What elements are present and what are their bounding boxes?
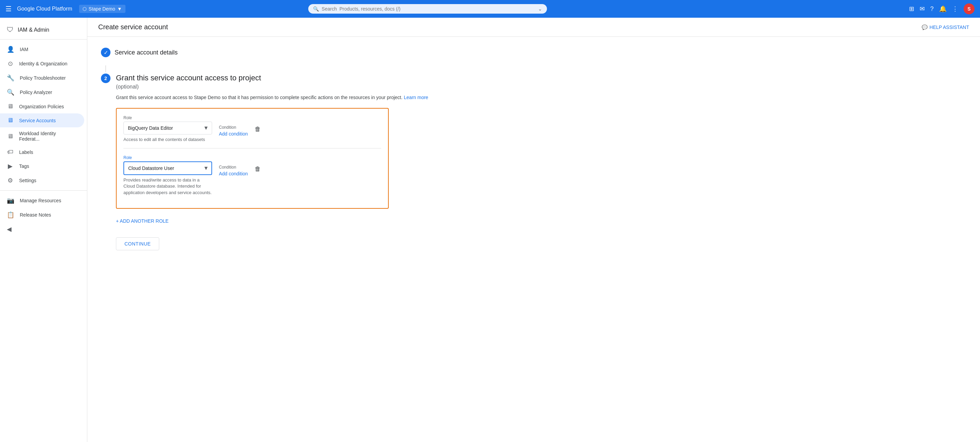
sidebar-item-service-accounts[interactable]: 🖥 Service Accounts bbox=[0, 113, 84, 127]
top-nav-icons: ⊞ ✉ ? 🔔 ⋮ S bbox=[909, 3, 975, 14]
sidebar-item-label: Tags bbox=[19, 163, 29, 169]
sidebar-item-release-notes[interactable]: 📋 Release Notes bbox=[0, 208, 84, 222]
step-connector-line bbox=[105, 65, 106, 72]
page-header: Create service account 💬 HELP ASSISTANT bbox=[87, 18, 980, 37]
project-selector[interactable]: ⬡ Stape Demo ▼ bbox=[79, 5, 126, 13]
role1-select[interactable]: BigQuery Data Editor bbox=[123, 122, 212, 135]
sidebar-item-iam[interactable]: 👤 IAM bbox=[0, 42, 84, 57]
role2-add-condition-link[interactable]: Add condition bbox=[219, 171, 248, 176]
avatar[interactable]: S bbox=[964, 3, 975, 14]
service-accounts-icon: 🖥 bbox=[7, 117, 14, 124]
settings-icon: ⚙ bbox=[7, 177, 14, 184]
role2-condition-label: Condition bbox=[219, 165, 248, 170]
step2-heading: Grant this service account access to pro… bbox=[116, 74, 966, 82]
role2-select-wrapper[interactable]: Cloud Datastore User ▼ bbox=[123, 162, 212, 175]
help-assistant-label: HELP ASSISTANT bbox=[929, 25, 969, 30]
sidebar-item-label: Policy Analyzer bbox=[20, 90, 52, 95]
sidebar-item-label: Release Notes bbox=[20, 212, 51, 218]
role-row-2: Role Cloud Datastore User ▼ Provides rea… bbox=[123, 155, 381, 196]
help-icon[interactable]: ? bbox=[930, 5, 934, 13]
step1-title: Service account details bbox=[115, 49, 178, 56]
continue-button[interactable]: CONTINUE bbox=[116, 238, 159, 250]
sidebar-item-policy-analyzer[interactable]: 🔍 Policy Analyzer bbox=[0, 85, 84, 100]
sidebar: 🛡 IAM & Admin 👤 IAM ⊙ Identity & Organiz… bbox=[0, 18, 87, 442]
main-layout: 🛡 IAM & Admin 👤 IAM ⊙ Identity & Organiz… bbox=[0, 18, 980, 442]
labels-icon: 🏷 bbox=[7, 149, 14, 155]
project-chevron: ▼ bbox=[117, 6, 122, 11]
role1-delete-button[interactable]: 🗑 bbox=[255, 116, 261, 133]
collapse-icon: ◀ bbox=[7, 225, 11, 233]
shield-icon: 🛡 bbox=[7, 26, 14, 34]
top-navigation: ☰ Google Cloud Platform ⬡ Stape Demo ▼ 🔍… bbox=[0, 0, 980, 18]
sidebar-item-label: Settings bbox=[19, 178, 37, 183]
step1-completed: ✓ Service account details bbox=[101, 48, 966, 57]
help-assistant-button[interactable]: 💬 HELP ASSISTANT bbox=[922, 25, 969, 30]
role1-select-group: Role BigQuery Data Editor ▼ Access to ed… bbox=[123, 116, 212, 143]
step2-description-text: Grant this service account access to Sta… bbox=[116, 95, 402, 100]
tags-icon: ▶ bbox=[7, 162, 14, 170]
manage-resources-icon: 📷 bbox=[7, 197, 14, 204]
sidebar-item-settings[interactable]: ⚙ Settings bbox=[0, 173, 84, 188]
troubleshooter-icon: 🔧 bbox=[7, 74, 14, 82]
role2-select[interactable]: Cloud Datastore User bbox=[123, 162, 212, 175]
step2-section: 2 Grant this service account access to p… bbox=[101, 74, 966, 250]
checkmark-icon: ✓ bbox=[103, 49, 108, 56]
role1-select-wrapper[interactable]: BigQuery Data Editor ▼ bbox=[123, 122, 212, 135]
project-icon: ⬡ bbox=[83, 6, 87, 11]
sidebar-item-label: Labels bbox=[19, 149, 33, 155]
search-input[interactable] bbox=[321, 6, 535, 11]
roles-box: Role BigQuery Data Editor ▼ Access to ed… bbox=[116, 108, 389, 209]
role1-add-condition-link[interactable]: Add condition bbox=[219, 131, 248, 136]
step2-content: Grant this service account access to pro… bbox=[116, 74, 966, 250]
role1-condition-label: Condition bbox=[219, 125, 248, 130]
project-name: Stape Demo bbox=[89, 6, 115, 11]
sidebar-header: 🛡 IAM & Admin bbox=[0, 21, 87, 40]
search-bar[interactable]: 🔍 ⌄ bbox=[308, 4, 547, 14]
sidebar-item-labels[interactable]: 🏷 Labels bbox=[0, 145, 84, 159]
sidebar-item-manage-resources[interactable]: 📷 Manage Resources bbox=[0, 193, 84, 208]
role-row-divider bbox=[123, 148, 381, 149]
sidebar-title: IAM & Admin bbox=[18, 27, 49, 33]
sidebar-item-label: Policy Troubleshooter bbox=[20, 75, 66, 81]
search-icon: 🔍 bbox=[313, 6, 319, 11]
sidebar-item-tags[interactable]: ▶ Tags bbox=[0, 159, 84, 173]
more-icon[interactable]: ⋮ bbox=[952, 5, 958, 13]
step1-check-circle: ✓ bbox=[101, 48, 110, 57]
role2-description: Provides read/write access to data in a … bbox=[123, 177, 212, 196]
org-policies-icon: 🖥 bbox=[7, 103, 14, 110]
role2-condition-group: Condition Add condition bbox=[219, 155, 248, 176]
sidebar-item-label: IAM bbox=[20, 47, 28, 52]
grid-icon[interactable]: ⊞ bbox=[909, 5, 914, 13]
search-expand-icon: ⌄ bbox=[538, 6, 542, 11]
role1-label: Role bbox=[123, 116, 212, 120]
sidebar-collapse-btn[interactable]: ◀ bbox=[0, 222, 87, 236]
role1-description: Access to edit all the contents of datas… bbox=[123, 136, 212, 143]
help-assistant-icon: 💬 bbox=[922, 25, 928, 30]
learn-more-link[interactable]: Learn more bbox=[404, 95, 428, 100]
brand-name: Google Cloud Platform bbox=[17, 6, 72, 12]
step2-subheading: (optional) bbox=[116, 84, 966, 90]
sidebar-item-label: Service Accounts bbox=[19, 118, 56, 123]
sidebar-item-identity-org[interactable]: ⊙ Identity & Organization bbox=[0, 57, 84, 71]
content-area: ✓ Service account details 2 Grant this s… bbox=[87, 37, 980, 261]
sidebar-item-workload-identity[interactable]: 🖥 Workload Identity Federat... bbox=[0, 127, 84, 145]
release-notes-icon: 📋 bbox=[7, 211, 14, 219]
main-content: Create service account 💬 HELP ASSISTANT … bbox=[87, 18, 980, 442]
identity-icon: ⊙ bbox=[7, 60, 14, 67]
role2-delete-button[interactable]: 🗑 bbox=[255, 155, 261, 173]
sidebar-item-policy-troubleshooter[interactable]: 🔧 Policy Troubleshooter bbox=[0, 71, 84, 85]
role1-condition-group: Condition Add condition bbox=[219, 116, 248, 136]
workload-icon: 🖥 bbox=[7, 133, 14, 140]
sidebar-divider bbox=[0, 190, 87, 191]
sidebar-item-org-policies[interactable]: 🖥 Organization Policies bbox=[0, 100, 84, 113]
role-row-1: Role BigQuery Data Editor ▼ Access to ed… bbox=[123, 116, 381, 143]
sidebar-item-label: Manage Resources bbox=[20, 198, 61, 203]
role2-label: Role bbox=[123, 155, 212, 160]
sidebar-item-label: Organization Policies bbox=[19, 104, 64, 109]
add-another-role-button[interactable]: + ADD ANOTHER ROLE bbox=[116, 215, 169, 227]
sidebar-item-label: Identity & Organization bbox=[19, 61, 67, 67]
notifications-icon[interactable]: 🔔 bbox=[939, 5, 947, 13]
hamburger-menu[interactable]: ☰ bbox=[5, 5, 11, 13]
sidebar-item-label: Workload Identity Federat... bbox=[19, 131, 77, 142]
mail-icon[interactable]: ✉ bbox=[920, 5, 925, 13]
